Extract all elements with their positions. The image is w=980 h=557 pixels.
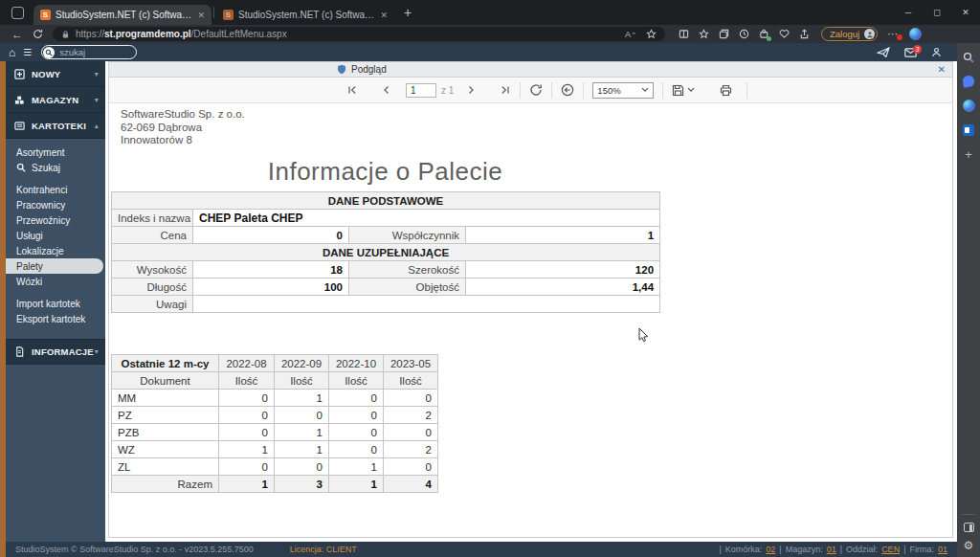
window-minimize-icon[interactable]: ─ (894, 0, 923, 25)
search-input[interactable] (59, 47, 128, 57)
new-icon (14, 69, 25, 79)
zoom-select[interactable]: 150% (592, 82, 654, 99)
browser-menu-icon[interactable]: ⋯ (887, 28, 899, 40)
tab-workspaces-icon[interactable] (11, 7, 24, 19)
url-field[interactable]: https://st.programdemo.pl/DefaultLeftMen… (53, 27, 665, 41)
sidebar-search-icon[interactable] (963, 52, 974, 63)
print-icon[interactable] (720, 84, 732, 97)
favorites-icon[interactable] (699, 29, 709, 39)
sidebar-item-wozki[interactable]: Wózki (6, 274, 105, 289)
sidebar-item-lokalizacje[interactable]: Lokalizacje (6, 243, 105, 258)
doc-qty: 0 (329, 390, 384, 407)
modal-close-icon[interactable]: ✕ (938, 64, 946, 75)
ilosc-header: Ilość (219, 372, 275, 390)
szerokosc-label: Szerokość (349, 261, 466, 278)
extensions-update-dot (767, 36, 771, 41)
browser-tab-inactive[interactable]: S StudioSystem.NET (c) SoftwareSt ✕ (216, 5, 394, 25)
sidebar-panel-icon[interactable] (964, 523, 974, 532)
home-icon[interactable]: ⌂ (9, 47, 15, 58)
cena-value: 0 (193, 227, 349, 244)
doc-qty: 2 (384, 407, 438, 424)
back-button[interactable] (561, 83, 574, 97)
share-icon[interactable] (799, 29, 810, 39)
oddzial-link[interactable]: CEN (881, 545, 900, 554)
login-button[interactable]: Zaloguj (821, 27, 878, 41)
window-controls: ─ ◻ ✕ (894, 0, 980, 25)
report-page: SoftwareStudio Sp. z o.o. 62-069 Dąbrowa… (109, 103, 952, 537)
magazyn-label: Magazyn: (786, 545, 823, 554)
sidebar-settings-icon[interactable]: ⚙ (964, 540, 974, 551)
document-icon (14, 346, 25, 357)
sidebar-item-kontrahenci[interactable]: Kontrahenci (6, 182, 105, 197)
next-page-button[interactable] (465, 84, 477, 96)
copilot-sidebar-icon[interactable] (963, 100, 975, 112)
save-icon[interactable] (672, 84, 684, 97)
sidebar-item-przewoznicy[interactable]: Przewoźnicy (6, 212, 105, 228)
login-label: Zaloguj (830, 29, 859, 39)
add-sidebar-app-icon[interactable]: + (965, 148, 972, 161)
sidebar-item-pracownicy[interactable]: Pracownicy (6, 197, 105, 212)
sidebar-item-uslugi[interactable]: Usługi (6, 228, 105, 243)
tab-close-icon[interactable]: ✕ (380, 11, 388, 20)
save-options-chevron-icon[interactable] (687, 87, 695, 93)
sidebar-item-palety[interactable]: Palety (6, 258, 103, 274)
copilot-icon[interactable] (909, 28, 922, 40)
doc-qty: 1 (329, 458, 384, 476)
razem-label: Razem (112, 476, 219, 493)
doc-qty: 0 (219, 458, 275, 476)
previous-page-button[interactable] (381, 84, 392, 96)
user-icon[interactable] (931, 47, 942, 57)
window-maximize-icon[interactable]: ◻ (923, 0, 951, 25)
last-12-months-header: Ostatnie 12 m-cy (112, 355, 219, 372)
sidebar-item-eksport-kartotek[interactable]: Eksport kartotek (6, 311, 105, 326)
favorite-star-icon[interactable] (646, 29, 657, 39)
chevron-down-icon: ▾ (95, 70, 99, 78)
browser-tab-active[interactable]: S StudioSystem.NET (c) SoftwareSt ✕ (33, 5, 212, 25)
page-number-input[interactable] (406, 83, 436, 98)
sidebar-section-kartoteki[interactable]: KARTOTEKI ▴ (6, 113, 105, 139)
komorka-label: Komórka: (725, 545, 763, 554)
total-row: Razem 1 3 1 4 (112, 476, 438, 493)
app-header: ⌂ ☰ 3 (0, 43, 957, 61)
url-path: /DefaultLeftMenu.aspx (191, 29, 287, 39)
microsoft365-icon[interactable] (963, 124, 974, 136)
doc-qty: 2 (384, 441, 438, 458)
tab-close-icon[interactable]: ✕ (197, 11, 205, 20)
dlugosc-value: 100 (193, 278, 349, 296)
first-page-button[interactable] (346, 84, 358, 96)
tab-title: StudioSystem.NET (c) SoftwareSt (238, 10, 375, 20)
browser-essentials-icon[interactable] (779, 29, 790, 39)
sidebar-item-import-kartotek[interactable]: Import kartotek (6, 296, 105, 311)
app-version-text: StudioSystem © SoftwareStudio Sp. z o.o.… (15, 545, 254, 554)
item-label: Import kartotek (16, 299, 80, 309)
shopping-icon[interactable] (962, 75, 975, 88)
history-icon[interactable] (739, 29, 749, 39)
new-tab-button[interactable]: + (404, 5, 412, 20)
shield-icon (337, 64, 346, 75)
sidebar-section-informacje[interactable]: INFORMACJE ▾ (6, 339, 105, 365)
komorka-link[interactable]: 02 (766, 545, 775, 554)
last-page-button[interactable] (500, 84, 511, 96)
refresh-preview-button[interactable] (529, 83, 543, 97)
doc-qty: 0 (329, 441, 384, 458)
collections-icon[interactable] (719, 29, 729, 39)
split-screen-icon[interactable] (679, 29, 689, 39)
magazyn-link[interactable]: 01 (827, 545, 836, 554)
modal-title: Podgląd (351, 64, 387, 75)
firma-link[interactable]: 01 (938, 545, 947, 554)
doc-qty: 1 (275, 390, 329, 407)
window-close-icon[interactable]: ✕ (951, 0, 980, 25)
month-header: 2022-10 (329, 355, 384, 372)
sidebar-item-szukaj[interactable]: Szukaj (6, 160, 105, 175)
read-aloud-icon[interactable]: A⌃ (625, 30, 636, 39)
sidebar-section-magazyn[interactable]: MAGAZYN ▾ (6, 87, 105, 113)
menu-icon[interactable]: ☰ (23, 47, 32, 57)
sidebar-section-nowy[interactable]: NOWY ▾ (6, 61, 105, 87)
refresh-button[interactable] (33, 29, 43, 39)
kartoteki-submenu: Asortyment Szukaj Kontrahenci Pracownicy… (6, 139, 105, 333)
back-button[interactable]: ← (11, 28, 23, 41)
doc-qty: 0 (275, 458, 329, 476)
search-box[interactable] (41, 45, 137, 59)
send-icon[interactable] (877, 47, 890, 57)
sidebar-item-asortyment[interactable]: Asortyment (6, 145, 105, 160)
